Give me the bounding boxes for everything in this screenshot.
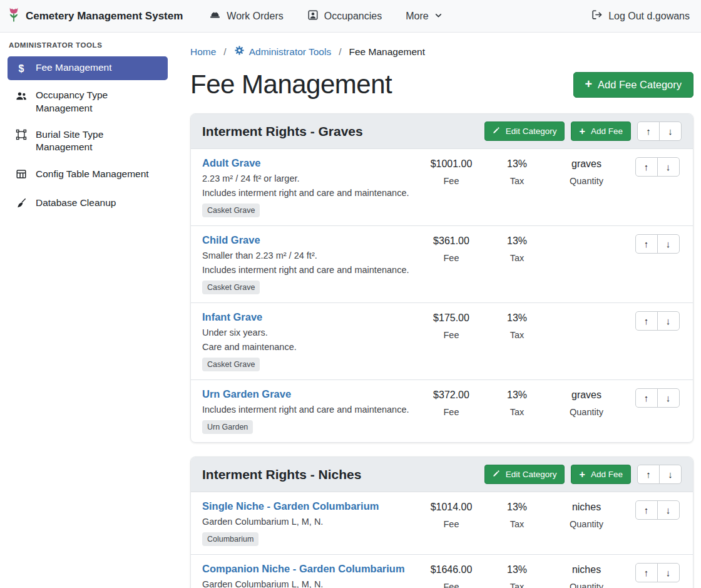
brand-label: Cemetery Management System [26, 10, 183, 23]
add-fee-button[interactable]: + Add Fee [571, 465, 631, 484]
nav-more-label: More [406, 11, 428, 22]
fee-tax-value: 13% [488, 389, 546, 401]
fee-tax-value: 13% [488, 312, 546, 324]
page-title: Fee Management [190, 70, 392, 100]
fee-categories: Interment Rights - Graves Edit Category … [190, 113, 693, 588]
fee-name-link[interactable]: Single Niche - Garden Columbarium [202, 500, 379, 512]
fee-amount-label: Fee [415, 582, 488, 588]
arrow-up-icon: ↑ [644, 162, 649, 172]
hardhat-icon [209, 9, 221, 23]
sidebar-item-label: Database Cleanup [36, 197, 116, 209]
move-fee-down-button[interactable]: ↓ [657, 157, 680, 177]
fee-amount-column: $175.00 Fee [415, 311, 488, 340]
breadcrumb-home-link[interactable]: Home [190, 46, 216, 58]
fee-tax-value: 13% [488, 564, 546, 575]
sidebar-header: ADMINISTRATOR TOOLS [8, 39, 168, 56]
move-fee-down-button[interactable]: ↓ [657, 500, 680, 520]
fee-name-link[interactable]: Adult Grave [202, 157, 261, 168]
fee-amount-value: $372.00 [415, 389, 488, 401]
move-fee-up-button[interactable]: ↑ [635, 563, 658, 582]
sidebar-item-burial-site-type-management[interactable]: Burial Site Type Management [8, 123, 168, 159]
fee-category-card: Interment Rights - Graves Edit Category … [190, 113, 693, 443]
fee-amount-column: $1014.00 Fee [415, 500, 488, 529]
breadcrumb-admin-tools-link[interactable]: Administrator Tools [234, 45, 332, 58]
fee-tax-value: 13% [488, 235, 546, 247]
move-fee-down-button[interactable]: ↓ [657, 563, 680, 582]
fee-name-link[interactable]: Infant Grave [202, 311, 262, 322]
sidebar-item-label: Burial Site Type Management [36, 128, 160, 154]
arrow-up-icon: ↑ [644, 316, 649, 326]
fee-tax-column: 13% Tax [488, 311, 546, 340]
move-fee-up-button[interactable]: ↑ [635, 157, 658, 177]
fee-name-link[interactable]: Companion Niche - Garden Columbarium [202, 563, 405, 574]
nav-work-orders[interactable]: Work Orders [209, 9, 283, 23]
move-fee-down-button[interactable]: ↓ [657, 311, 680, 331]
move-category-up-button[interactable]: ↑ [637, 121, 660, 141]
fee-name-link[interactable]: Child Grave [202, 234, 260, 245]
fee-quantity-label: Quantity [546, 519, 627, 529]
sidebar: ADMINISTRATOR TOOLS $ Fee Management Occ… [0, 33, 175, 221]
fee-tax-column: 13% Tax [488, 234, 546, 263]
move-category-down-button[interactable]: ↓ [659, 465, 682, 484]
fee-desc1: Includes interment right and care and ma… [202, 405, 411, 415]
arrow-up-icon: ↑ [644, 393, 649, 403]
breadcrumb-home-label: Home [190, 46, 216, 58]
fee-type-badge: Casket Grave [202, 281, 260, 294]
arrow-down-icon: ↓ [666, 316, 671, 326]
fee-desc1: Garden Columbarium L, M, N. [202, 517, 411, 527]
category-actions: Edit Category + Add Fee ↑ ↓ [484, 465, 682, 484]
edit-category-button[interactable]: Edit Category [484, 465, 565, 484]
fee-amount-label: Fee [415, 519, 488, 529]
move-fee-down-button[interactable]: ↓ [657, 234, 680, 254]
category-reorder-group: ↑ ↓ [637, 465, 682, 484]
users-icon [15, 90, 28, 105]
move-fee-down-button[interactable]: ↓ [657, 388, 680, 408]
nav-occupancies[interactable]: Occupancies [307, 9, 382, 23]
fee-desc1: 2.23 m² / 24 ft² or larger. [202, 173, 411, 183]
badge-row: Casket Grave [202, 281, 411, 294]
sidebar-item-label: Fee Management [36, 61, 112, 74]
arrow-down-icon: ↓ [666, 505, 671, 515]
arrow-down-icon: ↓ [666, 393, 671, 403]
logout-link[interactable]: Log Out d.gowans [591, 9, 690, 23]
sidebar-item-config-table-management[interactable]: Config Table Management [8, 163, 168, 188]
dollar-icon: $ [15, 62, 28, 75]
brand-link[interactable]: Cemetery Management System [8, 6, 183, 26]
move-category-down-button[interactable]: ↓ [659, 121, 682, 141]
fee-reorder-column: ↑ ↓ [627, 311, 688, 331]
fee-info: Adult Grave 2.23 m² / 24 ft² or larger. … [202, 157, 415, 217]
fee-quantity-column: niches Quantity [546, 563, 627, 588]
move-fee-up-button[interactable]: ↑ [635, 500, 658, 520]
broom-icon [15, 197, 28, 212]
move-category-up-button[interactable]: ↑ [637, 465, 660, 484]
edit-category-button[interactable]: Edit Category [484, 121, 565, 141]
fee-row: Adult Grave 2.23 m² / 24 ft² or larger. … [191, 149, 693, 225]
fee-type-badge: Casket Grave [202, 358, 260, 371]
fee-amount-value: $1001.00 [415, 158, 488, 170]
fee-desc1: Under six years. [202, 328, 411, 338]
add-fee-category-button[interactable]: + Add Fee Category [573, 72, 693, 98]
fee-tax-label: Tax [488, 407, 546, 417]
fee-desc2: Care and maintenance. [202, 342, 411, 352]
arrow-up-icon: ↑ [644, 505, 649, 515]
fee-reorder-group: ↑ ↓ [635, 563, 680, 582]
main-content: Home / Administrator [175, 33, 701, 588]
move-fee-up-button[interactable]: ↑ [635, 388, 658, 408]
add-fee-button[interactable]: + Add Fee [571, 121, 631, 141]
sidebar-item-fee-management[interactable]: $ Fee Management [8, 56, 168, 80]
fee-tax-label: Tax [488, 519, 546, 529]
sidebar-item-database-cleanup[interactable]: Database Cleanup [8, 192, 168, 217]
sidebar-item-label: Occupancy Type Management [36, 89, 160, 115]
fee-amount-label: Fee [415, 253, 488, 263]
fee-name-link[interactable]: Urn Garden Grave [202, 388, 291, 400]
fee-tax-column: 13% Tax [488, 157, 546, 186]
move-fee-up-button[interactable]: ↑ [635, 234, 658, 254]
vector-square-icon [15, 129, 28, 143]
nav-more[interactable]: More [406, 11, 442, 22]
fee-row: Child Grave Smaller than 2.23 m² / 24 ft… [191, 225, 693, 302]
fee-quantity-label: Quantity [546, 176, 627, 186]
move-fee-up-button[interactable]: ↑ [635, 311, 658, 331]
fee-row: Companion Niche - Garden Columbarium Gar… [191, 554, 693, 588]
sidebar-item-occupancy-type-management[interactable]: Occupancy Type Management [8, 84, 168, 120]
fee-quantity-value: graves [546, 158, 627, 170]
